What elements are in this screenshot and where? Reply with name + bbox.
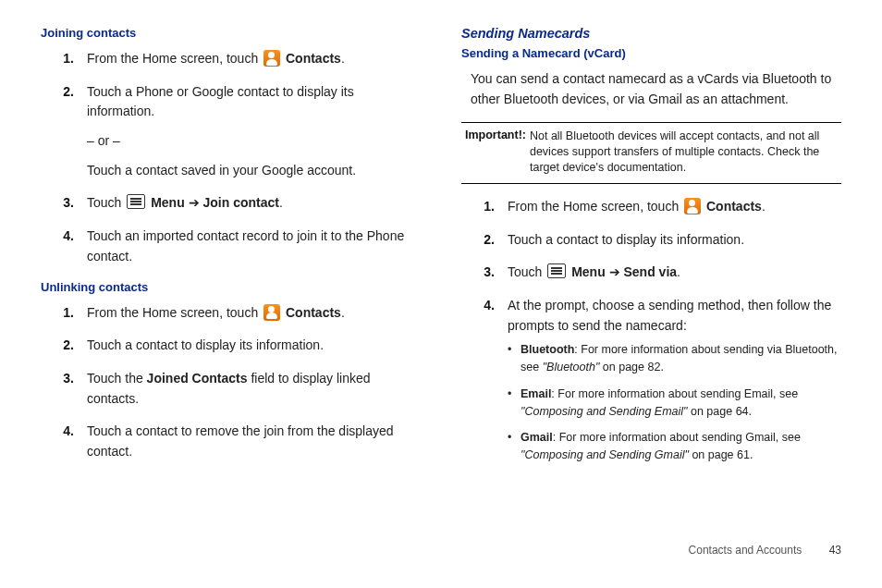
page-footer: Contacts and Accounts 43	[689, 544, 841, 557]
list-item: 1. From the Home screen, touch Contacts.	[41, 303, 421, 324]
sending-namecards-heading: Sending Namecards	[461, 26, 841, 41]
contacts-icon	[263, 304, 280, 321]
list-item: 2. Touch a Phone or Google contact to di…	[41, 82, 421, 181]
bullet-item: Bluetooth: For more information about se…	[508, 341, 841, 376]
footer-section: Contacts and Accounts	[689, 544, 802, 557]
send-method-bullets: Bluetooth: For more information about se…	[508, 341, 841, 464]
menu-icon	[127, 194, 145, 209]
contacts-icon	[684, 198, 701, 214]
list-item: 3. Touch Menu ➔ Send via.	[461, 263, 841, 283]
important-label: Important!:	[465, 129, 526, 176]
list-item: 2. Touch a contact to display its inform…	[41, 336, 421, 356]
namecard-steps: 1. From the Home screen, touch Contacts.…	[461, 197, 841, 473]
list-item: 4. At the prompt, choose a sending metho…	[461, 296, 841, 473]
unlinking-steps: 1. From the Home screen, touch Contacts.…	[41, 303, 421, 462]
list-item: 4. Touch a contact to remove the join fr…	[41, 422, 421, 461]
page: Joining contacts 1. From the Home screen…	[0, 0, 882, 486]
important-note: Important!: Not all Bluetooth devices wi…	[461, 122, 841, 184]
list-item: 2. Touch a contact to display its inform…	[461, 230, 841, 251]
important-text: Not all Bluetooth devices will accept co…	[530, 129, 838, 176]
list-item: 4. Touch an imported contact record to j…	[41, 227, 421, 266]
contacts-icon	[263, 50, 280, 67]
list-item: 3. Touch the Joined Contacts field to di…	[41, 369, 421, 409]
page-number: 43	[829, 544, 841, 557]
menu-icon	[547, 263, 566, 278]
left-column: Joining contacts 1. From the Home screen…	[41, 22, 421, 486]
list-item: 3. Touch Menu ➔ Join contact.	[41, 193, 421, 214]
list-item: 1. From the Home screen, touch Contacts.	[41, 49, 421, 69]
unlinking-contacts-heading: Unlinking contacts	[41, 280, 421, 294]
right-column: Sending Namecards Sending a Namecard (vC…	[461, 22, 841, 486]
bullet-item: Gmail: For more information about sendin…	[508, 429, 841, 464]
list-item: 1. From the Home screen, touch Contacts.	[461, 197, 841, 217]
joining-steps: 1. From the Home screen, touch Contacts.…	[41, 49, 421, 267]
intro-text: You can send a contact namecard as a vCa…	[471, 69, 841, 109]
sending-vcard-heading: Sending a Namecard (vCard)	[461, 46, 841, 60]
bullet-item: Email: For more information about sendin…	[508, 386, 841, 421]
joining-contacts-heading: Joining contacts	[41, 26, 421, 40]
